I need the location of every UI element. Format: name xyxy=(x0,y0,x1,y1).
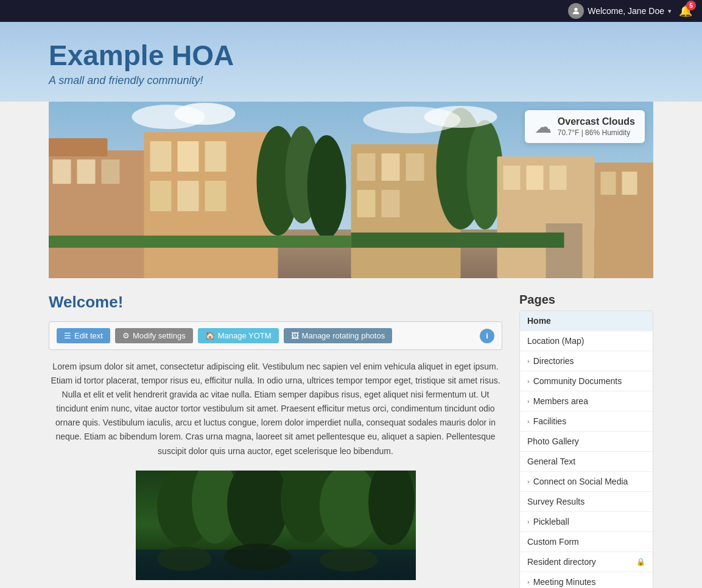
svg-rect-12 xyxy=(150,181,172,211)
avatar xyxy=(568,3,584,19)
chevron-right-icon: › xyxy=(527,518,530,525)
svg-rect-11 xyxy=(205,141,226,172)
sidebar-item-members-area[interactable]: › Members area xyxy=(520,391,653,411)
svg-point-37 xyxy=(175,103,236,125)
site-subtitle: A small and friendly community! xyxy=(49,74,653,87)
sidebar-item-community-documents[interactable]: › Community Documents xyxy=(520,371,653,391)
sidebar-item-resident-directory[interactable]: Resident directory 🔒 xyxy=(520,552,653,572)
svg-rect-21 xyxy=(406,153,424,181)
chevron-down-icon: ▾ xyxy=(668,7,672,15)
topbar: Welcome, Jane Doe ▾ 🔔 5 xyxy=(0,0,702,22)
svg-rect-7 xyxy=(49,138,108,156)
svg-rect-27 xyxy=(504,166,521,190)
manage-photos-button[interactable]: 🖼 Manage rotating photos xyxy=(284,328,393,343)
chevron-right-icon: › xyxy=(527,357,530,365)
svg-point-48 xyxy=(157,547,212,571)
svg-point-50 xyxy=(320,548,378,572)
content-image xyxy=(136,471,416,580)
chevron-right-icon: › xyxy=(527,578,530,586)
svg-point-39 xyxy=(424,106,497,128)
svg-rect-5 xyxy=(77,159,96,184)
weather-widget: ☁ Overcast Clouds 70.7°F | 86% Humidity xyxy=(525,110,645,143)
welcome-text: Welcome, Jane Doe xyxy=(588,6,664,16)
sidebar-item-photo-gallery[interactable]: Photo Gallery xyxy=(520,432,653,452)
svg-rect-29 xyxy=(550,166,567,190)
welcome-heading: Welcome! xyxy=(49,293,502,312)
site-header: Example HOA A small and friendly communi… xyxy=(0,22,702,102)
content-toolbar: ☰ Edit text ⚙ Modify settings 🏠 Manage Y… xyxy=(49,321,502,350)
notification-badge: 5 xyxy=(686,1,696,10)
sidebar: Pages Home Location (Map) › Directories … xyxy=(519,293,653,588)
sidebar-item-home[interactable]: Home xyxy=(520,311,653,331)
sidebar-item-location[interactable]: Location (Map) xyxy=(520,331,653,351)
svg-rect-32 xyxy=(622,172,637,195)
svg-rect-20 xyxy=(382,153,400,181)
sidebar-item-connect-social[interactable]: › Connect on Social Media xyxy=(520,472,653,492)
sidebar-item-pickleball[interactable]: › Pickleball xyxy=(520,512,653,532)
sidebar-item-general-text[interactable]: General Text xyxy=(520,452,653,472)
svg-rect-33 xyxy=(546,223,583,278)
list-icon: ☰ xyxy=(64,331,71,340)
chevron-right-icon: › xyxy=(527,478,530,485)
notifications-bell[interactable]: 🔔 5 xyxy=(679,4,692,18)
svg-point-17 xyxy=(307,135,346,239)
sidebar-item-custom-form[interactable]: Custom Form xyxy=(520,532,653,552)
svg-rect-19 xyxy=(357,153,376,181)
info-button[interactable]: i xyxy=(480,329,494,343)
lock-icon: 🔒 xyxy=(636,558,645,566)
svg-rect-13 xyxy=(178,181,199,211)
sidebar-item-survey-results[interactable]: Survey Results xyxy=(520,492,653,512)
svg-rect-23 xyxy=(382,190,400,217)
site-title: Example HOA xyxy=(49,39,653,72)
main-content: Welcome! ☰ Edit text ⚙ Modify settings 🏠… xyxy=(0,278,702,588)
modify-settings-button[interactable]: ⚙ Modify settings xyxy=(115,328,193,343)
svg-rect-6 xyxy=(102,159,120,184)
photo-icon: 🖼 xyxy=(291,331,299,340)
sidebar-item-directories[interactable]: › Directories xyxy=(520,351,653,371)
edit-text-button[interactable]: ☰ Edit text xyxy=(57,328,110,343)
hero-image: ☁ Overcast Clouds 70.7°F | 86% Humidity xyxy=(49,102,653,278)
svg-point-49 xyxy=(224,544,291,570)
cloud-icon: ☁ xyxy=(535,117,552,137)
gear-icon: ⚙ xyxy=(122,331,130,340)
content-area: Welcome! ☰ Edit text ⚙ Modify settings 🏠… xyxy=(49,293,502,580)
svg-rect-4 xyxy=(53,159,71,184)
chevron-right-icon: › xyxy=(527,377,530,385)
chevron-right-icon: › xyxy=(527,418,530,425)
home-icon: 🏠 xyxy=(205,331,215,340)
svg-rect-35 xyxy=(351,233,564,248)
sidebar-item-facilities[interactable]: › Facilities xyxy=(520,411,653,432)
svg-rect-10 xyxy=(178,141,199,172)
weather-details: 70.7°F | 86% Humidity xyxy=(558,128,635,137)
sidebar-menu: Home Location (Map) › Directories › Comm… xyxy=(519,310,653,588)
svg-rect-14 xyxy=(205,181,226,211)
weather-condition: Overcast Clouds xyxy=(558,116,635,127)
svg-point-0 xyxy=(575,8,578,11)
manage-yotm-button[interactable]: 🏠 Manage YOTM xyxy=(198,328,279,343)
sidebar-item-meeting-minutes[interactable]: › Meeting Minutes xyxy=(520,572,653,588)
svg-rect-34 xyxy=(49,236,351,248)
sidebar-heading: Pages xyxy=(519,293,653,307)
chevron-right-icon: › xyxy=(527,397,530,405)
svg-rect-31 xyxy=(601,172,616,195)
user-menu[interactable]: Welcome, Jane Doe ▾ xyxy=(568,3,672,19)
svg-rect-28 xyxy=(527,166,544,190)
svg-rect-22 xyxy=(357,190,376,217)
svg-rect-9 xyxy=(150,141,172,172)
welcome-body-text: Lorem ipsum dolor sit amet, consectetur … xyxy=(49,360,502,458)
